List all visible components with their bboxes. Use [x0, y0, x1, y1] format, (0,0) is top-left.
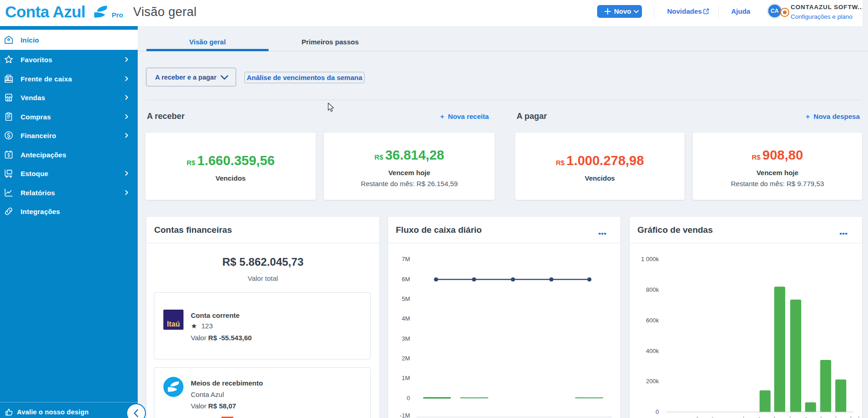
- svg-text:4M: 4M: [402, 315, 410, 322]
- svg-text:7M: 7M: [402, 256, 410, 263]
- svg-text:200k: 200k: [646, 378, 659, 385]
- svg-text:2M: 2M: [402, 355, 410, 362]
- svg-text:0: 0: [656, 408, 659, 415]
- svg-text:0: 0: [407, 395, 410, 402]
- svg-text:6M: 6M: [402, 276, 410, 283]
- svg-text:400k: 400k: [646, 348, 659, 354]
- svg-text:1 000k: 1 000k: [641, 256, 659, 263]
- svg-text:600k: 600k: [646, 317, 659, 324]
- svg-text:-1M: -1M: [400, 412, 410, 418]
- svg-text:1M: 1M: [402, 375, 410, 381]
- svg-text:800k: 800k: [646, 286, 659, 293]
- svg-text:5M: 5M: [402, 295, 410, 302]
- svg-text:3M: 3M: [402, 335, 410, 342]
